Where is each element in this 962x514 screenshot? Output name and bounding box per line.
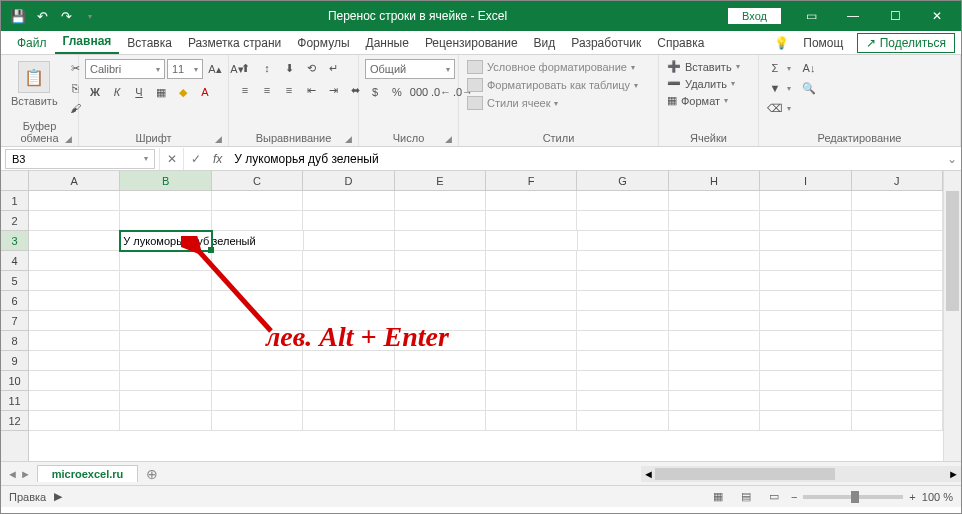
cell-C1[interactable] (212, 191, 303, 211)
cell-I10[interactable] (760, 371, 851, 391)
cell-J7[interactable] (852, 311, 943, 331)
col-header-E[interactable]: E (395, 171, 486, 190)
cell-D5[interactable] (303, 271, 394, 291)
cell-H3[interactable] (669, 231, 760, 251)
tab-layout[interactable]: Разметка страни (180, 32, 289, 54)
cell-G12[interactable] (577, 411, 668, 431)
cell-J6[interactable] (852, 291, 943, 311)
hscroll-right-icon[interactable]: ► (948, 468, 959, 480)
cell-A8[interactable] (29, 331, 120, 351)
sheet-prev-icon[interactable]: ◄ (7, 468, 18, 480)
cell-C9[interactable] (212, 351, 303, 371)
formula-input[interactable]: У лукоморья дуб зеленый (228, 152, 943, 166)
cell-J12[interactable] (852, 411, 943, 431)
autosum-icon[interactable]: Σ (765, 59, 785, 77)
cell-B1[interactable] (120, 191, 211, 211)
fill-icon[interactable]: ▼ (765, 79, 785, 97)
align-left-icon[interactable]: ≡ (235, 81, 255, 99)
col-header-D[interactable]: D (303, 171, 394, 190)
cell-A2[interactable] (29, 211, 120, 231)
align-center-icon[interactable]: ≡ (257, 81, 277, 99)
cell-I8[interactable] (760, 331, 851, 351)
view-normal-icon[interactable]: ▦ (707, 488, 729, 506)
tell-me[interactable]: Помощ (795, 32, 851, 54)
cell-A10[interactable] (29, 371, 120, 391)
cell-J3[interactable] (852, 231, 943, 251)
cell-E4[interactable] (395, 251, 486, 271)
cell-H1[interactable] (669, 191, 760, 211)
cell-F12[interactable] (486, 411, 577, 431)
cell-F3[interactable] (486, 231, 577, 251)
cell-H10[interactable] (669, 371, 760, 391)
tab-view[interactable]: Вид (526, 32, 564, 54)
cell-D6[interactable] (303, 291, 394, 311)
row-header-7[interactable]: 7 (1, 311, 28, 331)
expand-formula-icon[interactable]: ⌄ (943, 152, 961, 166)
accept-formula-icon[interactable]: ✓ (183, 148, 207, 170)
tab-insert[interactable]: Вставка (119, 32, 180, 54)
underline-button[interactable]: Ч (129, 83, 149, 101)
cancel-formula-icon[interactable]: ✕ (159, 148, 183, 170)
close-icon[interactable]: ✕ (917, 2, 957, 30)
cell-A12[interactable] (29, 411, 120, 431)
tab-review[interactable]: Рецензирование (417, 32, 526, 54)
find-icon[interactable]: 🔍 (799, 79, 819, 97)
currency-icon[interactable]: $ (365, 83, 385, 101)
alignment-launcher-icon[interactable]: ◢ (345, 134, 352, 144)
macro-record-icon[interactable]: ▶ (54, 490, 62, 503)
orientation-icon[interactable]: ⟲ (301, 59, 321, 77)
bold-button[interactable]: Ж (85, 83, 105, 101)
fx-icon[interactable]: fx (207, 152, 228, 166)
cell-B6[interactable] (120, 291, 211, 311)
cell-E11[interactable] (395, 391, 486, 411)
row-header-6[interactable]: 6 (1, 291, 28, 311)
number-format-select[interactable]: Общий▾ (365, 59, 455, 79)
align-middle-icon[interactable]: ↕ (257, 59, 277, 77)
cell-E2[interactable] (395, 211, 486, 231)
cell-B5[interactable] (120, 271, 211, 291)
italic-button[interactable]: К (107, 83, 127, 101)
cell-A3[interactable] (29, 231, 120, 251)
name-box[interactable]: B3▾ (5, 149, 155, 169)
fill-color-icon[interactable]: ◆ (173, 83, 193, 101)
cell-D11[interactable] (303, 391, 394, 411)
cell-B12[interactable] (120, 411, 211, 431)
cell-B2[interactable] (120, 211, 211, 231)
col-header-A[interactable]: A (29, 171, 120, 190)
hscroll-thumb[interactable] (655, 468, 835, 480)
align-bottom-icon[interactable]: ⬇ (279, 59, 299, 77)
font-launcher-icon[interactable]: ◢ (215, 134, 222, 144)
cell-I2[interactable] (760, 211, 851, 231)
cell-E5[interactable] (395, 271, 486, 291)
sheet-tab[interactable]: microexcel.ru (37, 465, 139, 482)
format-cells-button[interactable]: ▦Формат▾ (665, 93, 730, 108)
cell-F5[interactable] (486, 271, 577, 291)
row-header-10[interactable]: 10 (1, 371, 28, 391)
cell-G10[interactable] (577, 371, 668, 391)
cell-G5[interactable] (577, 271, 668, 291)
row-header-1[interactable]: 1 (1, 191, 28, 211)
cell-B4[interactable] (120, 251, 211, 271)
clipboard-launcher-icon[interactable]: ◢ (65, 134, 72, 144)
cell-C10[interactable] (212, 371, 303, 391)
row-header-8[interactable]: 8 (1, 331, 28, 351)
horizontal-scrollbar[interactable]: ◄ ► (641, 466, 961, 482)
cell-B9[interactable] (120, 351, 211, 371)
zoom-thumb[interactable] (851, 491, 859, 503)
cell-G4[interactable] (577, 251, 668, 271)
cell-F4[interactable] (486, 251, 577, 271)
tab-data[interactable]: Данные (358, 32, 417, 54)
cell-G2[interactable] (577, 211, 668, 231)
tab-developer[interactable]: Разработчик (563, 32, 649, 54)
hscroll-left-icon[interactable]: ◄ (643, 468, 654, 480)
border-icon[interactable]: ▦ (151, 83, 171, 101)
row-header-9[interactable]: 9 (1, 351, 28, 371)
cell-H6[interactable] (669, 291, 760, 311)
cell-E3[interactable] (395, 231, 486, 251)
cell-H4[interactable] (669, 251, 760, 271)
cell-G3[interactable] (578, 231, 669, 251)
cell-G1[interactable] (577, 191, 668, 211)
qat-customize-icon[interactable]: ▾ (79, 5, 101, 27)
clear-icon[interactable]: ⌫ (765, 99, 785, 117)
cell-J11[interactable] (852, 391, 943, 411)
